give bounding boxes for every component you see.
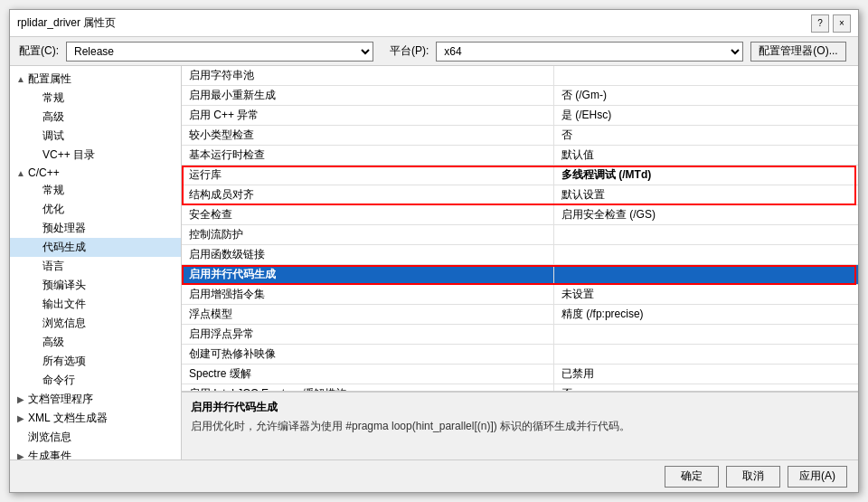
tree-item-language[interactable]: 语言 [10, 257, 181, 276]
tree-item-general[interactable]: 常规 [10, 89, 181, 108]
description-text: 启用优化时，允许编译器为使用 #pragma loop(hint_paralle… [191, 419, 849, 434]
tree-item-label: 配置属性 [28, 71, 177, 87]
tree-item-cpp-general[interactable]: 常规 [10, 181, 181, 200]
tree-item-label: 调试 [42, 128, 177, 144]
tree-item-xml-gen[interactable]: ▶XML 文档生成器 [10, 409, 181, 428]
help-button[interactable]: ? [811, 14, 829, 33]
props-row[interactable]: 安全检查启用安全检查 (/GS) [182, 205, 858, 225]
tree-item-label: 常规 [42, 90, 177, 106]
prop-name: 启用 C++ 异常 [182, 106, 553, 126]
props-row[interactable]: 创建可热修补映像 [182, 345, 858, 365]
prop-value: 多线程调试 (/MTd) [553, 166, 858, 185]
prop-value: 未设置 [553, 285, 858, 305]
prop-value: 默认设置 [553, 185, 858, 205]
platform-select[interactable]: x64 [436, 42, 743, 62]
tree-item-precompiled[interactable]: 预编译头 [10, 276, 181, 295]
tree-item-label: 浏览信息 [42, 316, 177, 331]
props-row[interactable]: 启用增强指令集未设置 [182, 285, 858, 305]
prop-value [553, 66, 858, 86]
prop-value: 否 (/Gm-) [553, 86, 858, 106]
config-label: 配置(C): [19, 43, 59, 59]
tree-item-label: XML 文档生成器 [28, 411, 177, 426]
prop-name: 创建可热修补映像 [182, 345, 553, 365]
tree-item-label: C/C++ [28, 166, 177, 179]
tree-expand-icon: ▶ [14, 394, 28, 404]
tree-item-advanced2[interactable]: 高级 [10, 333, 181, 352]
prop-name: 安全检查 [182, 205, 553, 225]
cancel-button[interactable]: 取消 [726, 466, 780, 488]
prop-name: 启用并行代码生成 [182, 265, 553, 285]
props-row[interactable]: 较小类型检查否 [182, 126, 858, 146]
tree-item-doc-mgr[interactable]: ▶文档管理程序 [10, 390, 181, 409]
tree-item-advanced[interactable]: 高级 [10, 108, 181, 127]
tree-item-label: 预编译头 [42, 278, 177, 293]
props-row[interactable]: 启用 Intel JCC Erratum 缓解措施否 [182, 384, 858, 393]
tree-item-cmd-line[interactable]: 命令行 [10, 371, 181, 390]
prop-name: 控制流防护 [182, 225, 553, 245]
props-row[interactable]: 基本运行时检查默认值 [182, 146, 858, 166]
props-row[interactable]: 启用 C++ 异常是 (/EHsc) [182, 106, 858, 126]
tree-expand-icon: ▶ [14, 451, 28, 459]
apply-button[interactable]: 应用(A) [788, 466, 847, 488]
props-row[interactable]: 运行库多线程调试 (/MTd) [182, 166, 858, 185]
prop-name: Spectre 缓解 [182, 365, 553, 384]
tree-item-vc-dir[interactable]: VC++ 目录 [10, 146, 181, 165]
props-row[interactable]: 启用最小重新生成否 (/Gm-) [182, 86, 858, 106]
left-panel: ▲配置属性常规高级调试VC++ 目录▲C/C++常规优化预处理器代码生成语言预编… [10, 66, 182, 459]
tree-item-build-events[interactable]: ▶生成事件 [10, 447, 181, 459]
props-table: 启用字符串池启用最小重新生成否 (/Gm-)启用 C++ 异常是 (/EHsc)… [182, 66, 858, 392]
close-button[interactable]: × [833, 14, 851, 33]
tree-item-cpp[interactable]: ▲C/C++ [10, 165, 181, 181]
prop-name: 启用增强指令集 [182, 285, 553, 305]
prop-value [553, 325, 858, 345]
tree-item-browse-info[interactable]: 浏览信息 [10, 314, 181, 333]
prop-value [553, 245, 858, 265]
props-row[interactable]: 启用字符串池 [182, 66, 858, 86]
prop-value: 默认值 [553, 146, 858, 166]
props-row[interactable]: 启用浮点异常 [182, 325, 858, 345]
config-mgr-button[interactable]: 配置管理器(O)... [750, 42, 845, 62]
tree-expand-icon: ▲ [14, 168, 28, 178]
tree-expand-icon: ▲ [14, 74, 28, 84]
property-dialog: rplidar_driver 属性页 ? × 配置(C): Release 平台… [9, 9, 859, 493]
tree-item-cpp-optimize[interactable]: 优化 [10, 200, 181, 219]
prop-name: 启用 Intel JCC Erratum 缓解措施 [182, 384, 553, 393]
props-row[interactable]: Spectre 缓解已禁用 [182, 365, 858, 384]
props-row[interactable]: 控制流防护 [182, 225, 858, 245]
prop-value: 否 [553, 384, 858, 393]
prop-value: 否 [553, 126, 858, 146]
title-controls: ? × [811, 14, 851, 33]
tree-item-label: 浏览信息 [28, 430, 177, 445]
prop-value: 精度 (/fp:precise) [553, 305, 858, 325]
tree-item-config-props[interactable]: ▲配置属性 [10, 70, 181, 89]
props-row[interactable]: 浮点模型精度 (/fp:precise) [182, 305, 858, 325]
prop-value [553, 225, 858, 245]
props-row[interactable]: 启用函数级链接 [182, 245, 858, 265]
platform-label: 平台(P): [390, 43, 429, 59]
tree-item-label: 文档管理程序 [28, 392, 177, 407]
prop-name: 运行库 [182, 166, 553, 185]
prop-value: 启用安全检查 (/GS) [553, 205, 858, 225]
tree-item-browse-info2[interactable]: 浏览信息 [10, 428, 181, 447]
tree-item-label: 语言 [42, 259, 177, 274]
tree-item-output-files[interactable]: 输出文件 [10, 295, 181, 314]
tree-item-label: 高级 [42, 109, 177, 125]
prop-value: 已禁用 [553, 365, 858, 384]
ok-button[interactable]: 确定 [665, 466, 719, 488]
props-row[interactable]: 结构成员对齐默认设置 [182, 185, 858, 205]
main-content: ▲配置属性常规高级调试VC++ 目录▲C/C++常规优化预处理器代码生成语言预编… [10, 66, 858, 459]
tree-item-preprocessor[interactable]: 预处理器 [10, 219, 181, 238]
props-row[interactable]: 启用并行代码生成 [182, 265, 858, 285]
tree-item-codegen[interactable]: 代码生成 [10, 238, 181, 257]
tree-item-label: 高级 [42, 335, 177, 350]
tree-item-label: 优化 [42, 202, 177, 217]
prop-value [553, 345, 858, 365]
prop-name: 启用函数级链接 [182, 245, 553, 265]
tree-item-all-options[interactable]: 所有选项 [10, 352, 181, 371]
prop-name: 启用最小重新生成 [182, 86, 553, 106]
title-bar: rplidar_driver 属性页 ? × [10, 10, 858, 37]
dialog-title: rplidar_driver 属性页 [17, 15, 116, 31]
tree-item-debug[interactable]: 调试 [10, 127, 181, 146]
config-select[interactable]: Release [66, 42, 373, 62]
tree-item-label: 生成事件 [28, 449, 177, 459]
